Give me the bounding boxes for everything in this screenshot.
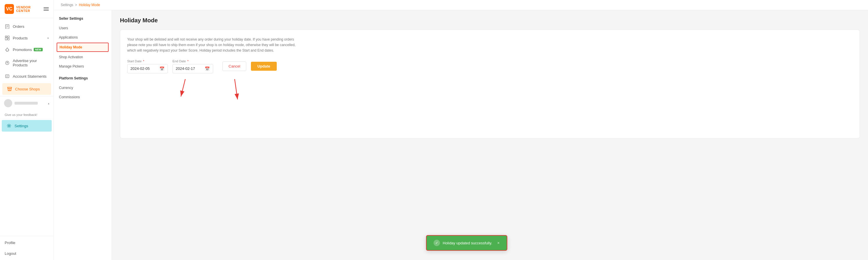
page-content-area: Holiday Mode Your shop will be delisted … (112, 10, 868, 260)
start-date-input-wrapper: 📅 (127, 64, 168, 73)
logo-text: VENDOR CENTER (16, 5, 43, 12)
main-content: Settings > Holiday Mode Seller Settings … (54, 0, 868, 260)
user-avatar-section[interactable]: ▴ (0, 96, 54, 110)
sidebar: VC VENDOR CENTER Orders Products ▾ (0, 0, 54, 260)
end-date-calendar-icon[interactable]: 📅 (205, 66, 210, 71)
toast-check-icon: ✓ (434, 240, 440, 246)
products-icon (5, 35, 10, 41)
orders-label: Orders (13, 24, 24, 29)
svg-line-17 (235, 79, 238, 100)
toast-close-button[interactable]: × (497, 240, 499, 245)
svg-rect-4 (5, 38, 7, 40)
card-description: Your shop will be delisted and will not … (127, 37, 296, 53)
user-menu-chevron: ▴ (48, 102, 50, 105)
sidebar-item-profile[interactable]: Profile (0, 237, 54, 248)
logo-icon: VC (5, 4, 14, 14)
breadcrumb: Settings > Holiday Mode (54, 0, 868, 10)
sidebar-nav: Orders Products ▾ Promotions NEW Adverti… (0, 18, 54, 236)
user-name (14, 102, 38, 105)
svg-rect-13 (9, 89, 10, 91)
account-statements-label: Account Statements (13, 74, 46, 79)
products-chevron: ▾ (47, 37, 49, 40)
svg-rect-7 (5, 36, 7, 37)
promotions-badge: NEW (34, 48, 43, 51)
sidebar-item-promotions[interactable]: Promotions NEW (0, 44, 54, 55)
settings-applications[interactable]: Applications (54, 33, 112, 42)
platform-settings-title: Platform Settings (54, 74, 112, 83)
settings-shop-activation[interactable]: Shop Activation (54, 52, 112, 62)
update-button[interactable]: Update (251, 62, 276, 71)
sidebar-item-logout[interactable]: Logout (0, 248, 54, 259)
svg-rect-5 (7, 36, 9, 38)
seller-settings-title: Seller Settings (54, 15, 112, 24)
start-date-calendar-icon[interactable]: 📅 (159, 66, 164, 71)
choose-shops-label: Choose Shops (15, 87, 40, 91)
settings-commissions[interactable]: Commissions (54, 92, 112, 102)
page-title: Holiday Mode (120, 17, 860, 24)
annotation-arrows (127, 73, 302, 131)
promotions-label: Promotions (13, 47, 32, 52)
settings-icon (6, 123, 11, 128)
end-date-field: End Date * 📅 (173, 60, 213, 73)
settings-currency[interactable]: Currency (54, 83, 112, 92)
end-date-required: * (187, 60, 188, 63)
start-date-required: * (143, 60, 144, 63)
breadcrumb-separator: > (75, 3, 77, 7)
hamburger-menu[interactable] (43, 7, 49, 11)
settings-users[interactable]: Users (54, 24, 112, 33)
advertise-label: Advertise your Products (13, 59, 49, 67)
settings-holiday-mode[interactable]: Holiday Mode (57, 43, 108, 52)
start-date-input[interactable] (130, 66, 159, 71)
start-date-field: Start Date * 📅 (127, 60, 168, 73)
start-date-label: Start Date * (127, 60, 168, 63)
svg-point-14 (8, 125, 10, 127)
sidebar-bottom: Profile Logout (0, 236, 54, 260)
cancel-button[interactable]: Cancel (222, 62, 246, 71)
toast-container: ✓ Holiday updated successfully. × (426, 235, 507, 251)
holiday-mode-card: Your shop will be delisted and will not … (120, 30, 860, 139)
breadcrumb-current: Holiday Mode (79, 3, 100, 7)
success-toast: ✓ Holiday updated successfully. × (426, 235, 507, 251)
breadcrumb-parent[interactable]: Settings (61, 3, 73, 7)
sidebar-item-choose-shops[interactable]: Choose Shops (2, 83, 51, 95)
end-date-input[interactable] (176, 66, 205, 71)
products-label: Products (13, 36, 28, 40)
svg-rect-6 (7, 38, 9, 40)
toast-message: Holiday updated successfully. (443, 241, 492, 245)
feedback-link[interactable]: Give us your feedback! (0, 110, 54, 119)
sidebar-item-advertise[interactable]: Advertise your Products (0, 55, 54, 70)
user-avatar (4, 99, 12, 107)
sidebar-item-products[interactable]: Products ▾ (0, 32, 54, 44)
shop-icon (7, 86, 12, 91)
sidebar-logo: VC VENDOR CENTER (0, 0, 54, 18)
content-area: Seller Settings Users Applications Holid… (54, 10, 868, 260)
end-date-label: End Date * (173, 60, 213, 63)
end-date-input-wrapper: 📅 (173, 64, 213, 73)
settings-sidebar: Seller Settings Users Applications Holid… (54, 10, 112, 260)
sidebar-item-orders[interactable]: Orders (0, 21, 54, 32)
svg-rect-10 (5, 75, 9, 78)
settings-manage-pickers[interactable]: Manage Pickers (54, 62, 112, 71)
svg-line-16 (181, 79, 185, 97)
annotation-area (127, 73, 852, 131)
account-icon (5, 74, 10, 79)
promotions-icon (5, 47, 10, 52)
date-form-row: Start Date * 📅 End Date * (127, 60, 852, 73)
sidebar-item-account-statements[interactable]: Account Statements (0, 70, 54, 82)
orders-icon (5, 24, 10, 29)
settings-label: Settings (14, 124, 28, 128)
advertise-icon (5, 60, 10, 66)
sidebar-item-settings[interactable]: Settings (2, 120, 52, 132)
